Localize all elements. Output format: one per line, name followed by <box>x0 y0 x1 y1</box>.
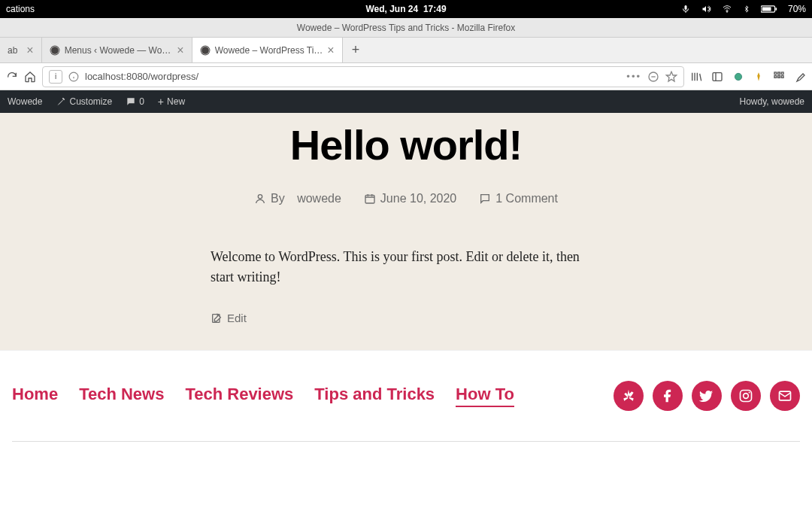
svg-rect-3 <box>762 7 771 11</box>
tab-label: Wowede – WordPress Tips a <box>215 45 323 56</box>
svg-point-1 <box>726 11 728 13</box>
edit-post-link[interactable]: Edit <box>211 310 601 327</box>
library-icon[interactable] <box>690 71 702 83</box>
browser-tab[interactable]: Menus ‹ Wowede — WordPr × <box>42 38 192 62</box>
svg-point-23 <box>744 393 749 398</box>
close-icon[interactable]: × <box>327 44 334 57</box>
url-bar[interactable]: i localhost:8080/wordpress/ ••• <box>42 66 684 87</box>
battery-percent: 70% <box>788 4 806 14</box>
svg-point-5 <box>50 45 59 55</box>
svg-point-19 <box>258 195 262 199</box>
brush-icon <box>56 96 66 107</box>
os-clock: Wed, Jun 24 17:49 <box>365 4 446 14</box>
yelp-icon[interactable] <box>614 381 644 411</box>
footer-link-how-to[interactable]: How To <box>456 385 514 407</box>
sidebar-icon[interactable] <box>711 71 723 83</box>
svg-rect-13 <box>774 72 777 75</box>
svg-rect-18 <box>781 75 783 78</box>
post-text: Welcome to WordPress. This is your first… <box>211 247 601 287</box>
bluetooth-icon[interactable] <box>743 4 750 14</box>
star-icon[interactable] <box>665 71 677 83</box>
extension-icon[interactable] <box>732 71 744 83</box>
svg-rect-20 <box>365 195 374 203</box>
footer-link-home[interactable]: Home <box>12 385 58 407</box>
wp-site-link[interactable]: Wowede <box>8 96 42 107</box>
wp-admin-bar: Wowede Customize 0 + New Howdy, wowede <box>0 90 812 113</box>
comment-icon <box>479 193 491 205</box>
volume-icon[interactable] <box>701 5 711 14</box>
person-icon <box>254 193 266 205</box>
window-titlebar: Wowede – WordPress Tips and Tricks - Moz… <box>0 18 812 38</box>
mic-icon[interactable] <box>681 5 690 14</box>
wp-new-link[interactable]: + New <box>158 96 185 108</box>
comment-icon <box>126 96 136 107</box>
instagram-icon[interactable] <box>731 381 761 411</box>
os-app-menu[interactable]: cations <box>6 4 35 14</box>
svg-point-12 <box>735 73 741 80</box>
social-links <box>614 381 800 411</box>
wordpress-icon <box>200 45 211 56</box>
footer-link-tech-news[interactable]: Tech News <box>79 385 164 407</box>
calendar-icon <box>364 193 376 205</box>
reader-icon[interactable] <box>647 71 659 83</box>
extension-icon[interactable] <box>753 71 764 83</box>
svg-point-24 <box>749 391 750 393</box>
info-circle-icon[interactable] <box>68 71 79 82</box>
facebook-icon[interactable] <box>653 381 683 411</box>
post-title: Hello world! <box>0 113 812 169</box>
mail-icon[interactable] <box>770 381 800 411</box>
browser-tabbar: ab × Menus ‹ Wowede — WordPr × Wowede – … <box>0 38 812 63</box>
svg-rect-16 <box>774 75 777 78</box>
extension-icon[interactable] <box>773 71 785 83</box>
tab-label: Menus ‹ Wowede — WordPr <box>65 45 173 56</box>
browser-navbar: i localhost:8080/wordpress/ ••• <box>0 63 812 90</box>
post-author[interactable]: By wowede <box>254 192 341 205</box>
edit-icon <box>211 312 223 324</box>
twitter-icon[interactable] <box>692 381 722 411</box>
footer-link-tech-reviews[interactable]: Tech Reviews <box>185 385 293 407</box>
wifi-icon[interactable] <box>722 5 732 14</box>
new-tab-button[interactable]: + <box>343 38 369 62</box>
footer: Home Tech News Tech Reviews Tips and Tri… <box>0 350 812 441</box>
url-text: localhost:8080/wordpress/ <box>85 71 620 82</box>
os-menubar: cations Wed, Jun 24 17:49 70% <box>0 0 812 18</box>
svg-rect-11 <box>713 72 722 81</box>
wp-customize-link[interactable]: Customize <box>56 96 112 107</box>
battery-icon[interactable] <box>761 5 777 14</box>
svg-point-7 <box>200 45 210 55</box>
footer-nav: Home Tech News Tech Reviews Tips and Tri… <box>12 385 514 407</box>
close-icon[interactable]: × <box>177 44 183 57</box>
wp-comments-link[interactable]: 0 <box>126 96 144 107</box>
toolbar-icons <box>690 71 806 83</box>
svg-rect-4 <box>775 8 777 10</box>
info-icon[interactable]: i <box>49 70 62 84</box>
wordpress-icon <box>50 45 60 56</box>
footer-link-tips[interactable]: Tips and Tricks <box>314 385 435 407</box>
window-title: Wowede – WordPress Tips and Tricks - Moz… <box>297 23 515 33</box>
tab-label: ab <box>8 45 17 56</box>
wp-howdy[interactable]: Howdy, wowede <box>740 96 804 107</box>
page-content: Hello world! By wowede June 10, 2020 1 C… <box>0 113 812 350</box>
svg-rect-15 <box>781 72 783 75</box>
svg-rect-14 <box>778 72 780 75</box>
footer-divider <box>12 441 800 442</box>
post-meta: By wowede June 10, 2020 1 Comment <box>0 192 812 205</box>
plus-icon: + <box>158 96 164 108</box>
post-date: June 10, 2020 <box>364 192 456 205</box>
reload-icon[interactable] <box>6 71 18 83</box>
menu-dots[interactable]: ••• <box>626 71 641 82</box>
svg-rect-0 <box>684 5 686 10</box>
post-comments-link[interactable]: 1 Comment <box>479 192 558 205</box>
home-icon[interactable] <box>24 71 36 83</box>
eyedropper-icon[interactable] <box>794 71 806 83</box>
post-body: Welcome to WordPress. This is your first… <box>211 247 601 327</box>
close-icon[interactable]: × <box>26 44 33 57</box>
browser-tab[interactable]: ab × <box>0 38 42 62</box>
svg-rect-17 <box>778 75 780 78</box>
browser-tab-active[interactable]: Wowede – WordPress Tips a × <box>192 38 343 62</box>
